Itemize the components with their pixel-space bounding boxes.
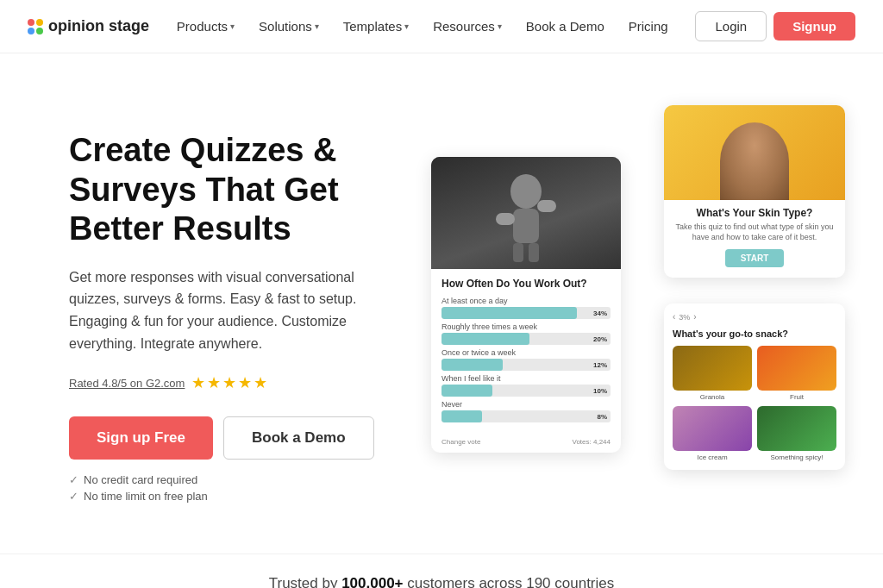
granola-image	[673, 346, 752, 391]
bar-row-3: When I feel like it 10%	[442, 374, 611, 397]
bar-label-2: Once or twice a week	[442, 348, 611, 357]
ice-cream-label: Ice cream	[673, 454, 752, 461]
spicy-image	[757, 406, 836, 451]
snack-item-granola[interactable]: Granola	[673, 346, 752, 401]
signup-free-button[interactable]: Sign up Free	[69, 416, 213, 460]
book-demo-button[interactable]: Book a Demo	[223, 416, 374, 460]
svg-rect-3	[537, 200, 556, 212]
survey-card: How Often Do You Work Out? At least once…	[431, 157, 621, 453]
bar-track-2: 12%	[442, 359, 611, 371]
snack-item-ice-cream[interactable]: Ice cream	[673, 406, 752, 461]
svg-rect-1	[513, 209, 539, 243]
nav-solutions[interactable]: Solutions ▾	[248, 14, 329, 39]
bar-fill-0	[442, 307, 577, 319]
skin-card-image	[664, 105, 845, 200]
snack-title: What's your go-to snack?	[673, 328, 836, 339]
nav-links: Products ▾ Solutions ▾ Templates ▾ Resou…	[166, 14, 679, 39]
bar-row-4: Never 8%	[442, 400, 611, 422]
bar-label-0: At least once a day	[442, 297, 611, 305]
bar-label-3: When I feel like it	[442, 374, 611, 383]
skin-subtitle: Take this quiz to find out what type of …	[674, 222, 835, 242]
svg-rect-2	[496, 213, 515, 225]
skin-start-button[interactable]: START	[725, 249, 785, 267]
nav-pricing[interactable]: Pricing	[618, 14, 679, 39]
nav-book-demo[interactable]: Book a Demo	[516, 14, 615, 39]
snack-nav: ‹ 3% ›	[673, 312, 697, 322]
ice-cream-image	[673, 406, 752, 451]
snack-prev-button[interactable]: ‹	[673, 312, 675, 322]
nav-actions: Login Signup	[695, 11, 855, 41]
chevron-down-icon: ▾	[498, 22, 502, 31]
survey-card-footer: Change vote Votes: 4,244	[431, 435, 621, 453]
fruit-image	[757, 346, 836, 391]
skin-title: What's Your Skin Type?	[674, 207, 835, 219]
survey-title: How Often Do You Work Out?	[442, 278, 611, 290]
chevron-down-icon: ▾	[404, 22, 409, 31]
skin-card-body: What's Your Skin Type? Take this quiz to…	[664, 200, 845, 278]
spicy-label: Something spicy!	[757, 454, 836, 461]
trusted-suffix: customers across 190 countries	[404, 575, 615, 588]
bar-fill-1	[442, 333, 529, 345]
snack-item-spicy[interactable]: Something spicy!	[757, 406, 836, 461]
rating-link[interactable]: Rated 4.8/5 on G2.com	[69, 377, 185, 390]
star-rating: ★★★★★	[191, 373, 269, 392]
bar-fill-3	[442, 385, 492, 397]
bar-pct-3: 10%	[593, 387, 607, 395]
brand-name: opinion stage	[48, 17, 149, 35]
survey-card-image	[431, 157, 621, 269]
rating-row: Rated 4.8/5 on G2.com ★★★★★	[69, 373, 431, 392]
svg-point-0	[510, 174, 542, 209]
fruit-label: Fruit	[757, 393, 836, 401]
nav-resources[interactable]: Resources ▾	[423, 14, 512, 39]
snack-item-fruit[interactable]: Fruit	[757, 346, 836, 401]
snack-quiz-card: ‹ 3% › What's your go-to snack? Granola …	[664, 303, 845, 470]
hero-notes: No credit card required No time limit on…	[69, 473, 431, 503]
snack-card-header: ‹ 3% ›	[673, 312, 836, 322]
bar-fill-2	[442, 359, 503, 371]
snack-next-button[interactable]: ›	[693, 312, 696, 322]
bar-label-1: Roughly three times a week	[442, 322, 611, 331]
svg-rect-5	[529, 243, 539, 262]
trusted-text: Trusted by	[269, 575, 341, 588]
note-no-card: No credit card required	[69, 473, 431, 486]
bar-track-3: 10%	[442, 385, 611, 397]
logo[interactable]: opinion stage	[28, 17, 149, 35]
navbar: opinion stage Products ▾ Solutions ▾ Tem…	[0, 0, 883, 53]
bar-track-1: 20%	[442, 333, 611, 345]
logo-dots	[28, 19, 43, 34]
bar-pct-0: 34%	[593, 310, 607, 317]
bar-pct-1: 20%	[593, 335, 607, 343]
bar-pct-4: 8%	[597, 413, 607, 421]
login-button[interactable]: Login	[695, 11, 767, 41]
signup-button[interactable]: Signup	[773, 12, 855, 41]
hero-right: How Often Do You Work Out? At least once…	[431, 105, 845, 519]
bar-row-2: Once or twice a week 12%	[442, 348, 611, 371]
chevron-down-icon: ▾	[230, 22, 235, 31]
snack-grid: Granola Fruit Ice cream Something spicy!	[673, 346, 836, 461]
boxing-silhouette	[487, 161, 565, 265]
vote-count: Votes: 4,244	[573, 438, 611, 446]
bar-fill-4	[442, 410, 482, 422]
person-silhouette	[720, 122, 789, 200]
hero-title: Create Quizzes & Surveys That Get Better…	[69, 131, 431, 249]
bar-label-4: Never	[442, 400, 611, 409]
bar-track-4: 8%	[442, 410, 611, 422]
nav-templates[interactable]: Templates ▾	[333, 14, 419, 39]
granola-label: Granola	[673, 393, 752, 401]
nav-products[interactable]: Products ▾	[166, 14, 245, 39]
trusted-bar: Trusted by 100,000+ customers across 190…	[0, 554, 883, 588]
snack-progress: 3%	[679, 313, 690, 322]
skin-quiz-card: What's Your Skin Type? Take this quiz to…	[664, 105, 845, 278]
chevron-down-icon: ▾	[315, 22, 319, 31]
hero-section: Create Quizzes & Surveys That Get Better…	[0, 53, 883, 554]
bar-pct-2: 12%	[593, 361, 607, 369]
bar-track-0: 34%	[442, 307, 611, 319]
bar-row-1: Roughly three times a week 20%	[442, 322, 611, 345]
hero-buttons: Sign up Free Book a Demo	[69, 416, 431, 460]
boxing-image	[431, 157, 621, 269]
change-vote[interactable]: Change vote	[442, 438, 480, 446]
svg-rect-4	[513, 243, 523, 262]
hero-subtitle: Get more responses with visual conversat…	[69, 266, 397, 354]
survey-card-body: How Often Do You Work Out? At least once…	[431, 269, 621, 435]
hero-left: Create Quizzes & Surveys That Get Better…	[69, 105, 431, 503]
